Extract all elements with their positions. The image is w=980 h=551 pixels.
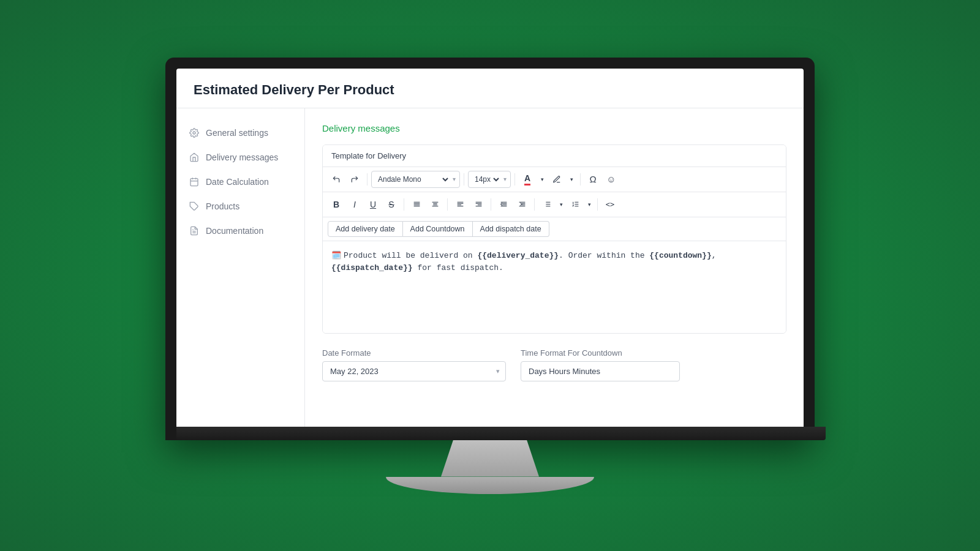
toolbar-sep-5 (404, 198, 404, 211)
indent-decrease-button[interactable] (495, 196, 512, 213)
align-justify-left-button[interactable] (451, 196, 469, 213)
svg-point-0 (193, 132, 195, 134)
editor-emoji: 🗓️ (331, 251, 341, 260)
countdown-format-input[interactable] (521, 361, 680, 381)
svg-rect-1 (190, 178, 198, 186)
toolbar-sep-1 (367, 173, 368, 186)
toolbar-sep-3 (514, 173, 515, 186)
toolbar-sep-6 (447, 198, 448, 211)
bold-button[interactable]: B (328, 196, 345, 213)
form-row: Date Formate May 22, 2023 22/05/2023 05/… (322, 348, 786, 381)
font-color-chevron[interactable]: ▾ (537, 171, 547, 188)
sidebar-label-delivery-messages: Delivery messages (206, 152, 278, 162)
font-color-icon: A (524, 173, 530, 186)
page-title: Estimated Delivery Per Product (194, 82, 786, 98)
app: Estimated Delivery Per Product (176, 69, 804, 427)
countdown-format-label: Time Format For Countdown (521, 348, 680, 358)
sidebar-item-products[interactable]: Products (176, 194, 304, 219)
add-delivery-date-button[interactable]: Add delivery date (328, 221, 403, 237)
sidebar-item-documentation[interactable]: Documentation (176, 219, 304, 243)
font-family-select-wrapper[interactable]: Andale Mono Arial Times New Roman ▾ (371, 171, 460, 188)
add-dispatch-date-button[interactable]: Add dispatch date (473, 221, 549, 237)
font-size-select[interactable]: 14px 12px 16px 18px (472, 174, 501, 184)
redo-button[interactable] (346, 171, 363, 188)
sidebar-label-general-settings: General settings (206, 128, 268, 138)
monitor: Estimated Delivery Per Product (165, 58, 815, 494)
align-left-button[interactable] (408, 196, 425, 213)
editor-area[interactable]: 🗓️Product will be deliverd on {{delivery… (323, 241, 786, 333)
calendar-icon (189, 176, 200, 187)
font-size-chevron: ▾ (503, 176, 507, 182)
toolbar-sep-8 (534, 198, 535, 211)
highlight-chevron[interactable]: ▾ (567, 171, 576, 188)
monitor-inner: Estimated Delivery Per Product (176, 69, 804, 427)
app-body: General settings Delivery messages (176, 108, 804, 427)
font-color-button[interactable]: A (519, 171, 536, 188)
date-format-group: Date Formate May 22, 2023 22/05/2023 05/… (322, 348, 506, 381)
home-icon (189, 152, 200, 163)
sidebar-item-general-settings[interactable]: General settings (176, 121, 304, 145)
omega-icon: Ω (589, 174, 596, 184)
add-countdown-button[interactable]: Add Countdown (403, 221, 473, 237)
date-format-select-wrapper: May 22, 2023 22/05/2023 05/22/2023 2023-… (322, 361, 506, 381)
emoji-icon: ☺ (606, 174, 616, 184)
main-content: Delivery messages Template for Delivery (305, 108, 804, 427)
monitor-bezel-bottom (176, 427, 826, 440)
undo-button[interactable] (328, 171, 345, 188)
date-format-select[interactable]: May 22, 2023 22/05/2023 05/22/2023 2023-… (322, 361, 506, 381)
code-button[interactable]: <> (601, 196, 619, 213)
italic-button[interactable]: I (346, 196, 363, 213)
sidebar-label-documentation: Documentation (206, 226, 263, 236)
toolbar-row-2: B I U S (323, 192, 786, 217)
underline-button[interactable]: U (364, 196, 382, 213)
highlight-button[interactable] (548, 171, 565, 188)
monitor-screen: Estimated Delivery Per Product (165, 58, 815, 440)
indent-increase-button[interactable] (513, 196, 530, 213)
highlight-dropdown-icon: ▾ (570, 176, 573, 182)
omega-button[interactable]: Ω (584, 171, 601, 188)
toolbar-sep-7 (491, 198, 491, 211)
sidebar-label-date-calculation: Date Calculation (206, 177, 269, 187)
template-header: Template for Delivery (323, 145, 786, 167)
monitor-stand-top (429, 440, 551, 477)
insert-row: Add delivery date Add Countdown Add disp… (323, 217, 786, 241)
unordered-list-button[interactable] (538, 196, 556, 213)
sidebar-label-products: Products (206, 201, 239, 211)
toolbar-sep-9 (597, 198, 598, 211)
sidebar-item-date-calculation[interactable]: Date Calculation (176, 170, 304, 194)
document-icon (189, 225, 200, 236)
countdown-format-group: Time Format For Countdown (521, 348, 680, 381)
section-title: Delivery messages (322, 123, 786, 133)
date-format-label: Date Formate (322, 348, 506, 358)
sidebar: General settings Delivery messages (176, 108, 305, 427)
strikethrough-button[interactable]: S (383, 196, 400, 213)
font-size-select-wrapper[interactable]: 14px 12px 16px 18px ▾ (468, 171, 511, 188)
tag-icon (189, 201, 200, 212)
emoji-button[interactable]: ☺ (603, 171, 620, 188)
ordered-list-chevron[interactable]: ▾ (585, 196, 594, 213)
editor-content: Product will be deliverd on {{delivery_d… (331, 251, 717, 273)
monitor-stand-base (386, 477, 594, 494)
gear-icon (189, 127, 200, 138)
font-color-dropdown-icon: ▾ (541, 176, 544, 182)
ordered-list-button[interactable] (567, 196, 584, 213)
toolbar-sep-4 (580, 173, 581, 186)
app-header: Estimated Delivery Per Product (176, 69, 804, 108)
unordered-list-chevron[interactable]: ▾ (557, 196, 565, 213)
template-box: Template for Delivery (322, 144, 786, 334)
font-family-chevron: ▾ (453, 176, 456, 182)
toolbar-row-1: Andale Mono Arial Times New Roman ▾ (323, 167, 786, 192)
align-center-button[interactable] (426, 196, 443, 213)
font-family-select[interactable]: Andale Mono Arial Times New Roman (375, 174, 450, 184)
align-justify-right-button[interactable] (470, 196, 487, 213)
toolbar-sep-2 (464, 173, 464, 186)
sidebar-item-delivery-messages[interactable]: Delivery messages (176, 145, 304, 170)
